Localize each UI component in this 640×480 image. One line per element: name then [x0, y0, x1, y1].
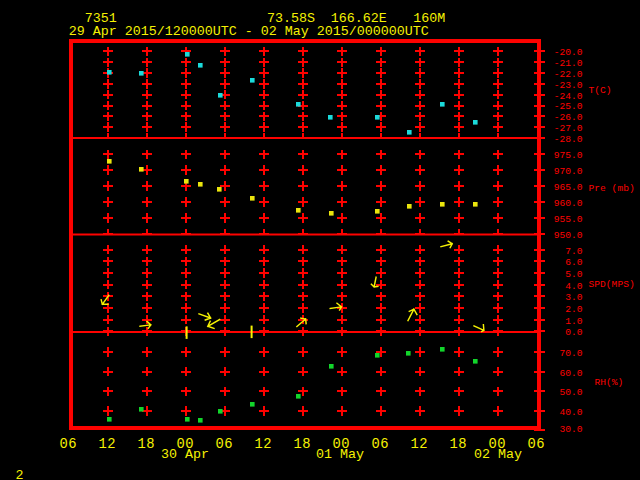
svg-text:29 Apr 2015/120000UTC - 02 May: 29 Apr 2015/120000UTC - 02 May 2015/0000… [69, 24, 429, 39]
svg-text:955.0: 955.0 [554, 214, 583, 225]
svg-text:-25.0: -25.0 [554, 101, 583, 112]
svg-text:SPD(MPS): SPD(MPS) [589, 279, 635, 290]
svg-text:06: 06 [216, 437, 233, 452]
svg-text:0.0: 0.0 [565, 327, 583, 338]
svg-text:Pre (mb): Pre (mb) [589, 183, 635, 194]
svg-text:60.0: 60.0 [560, 368, 583, 379]
svg-text:4.0: 4.0 [565, 281, 583, 292]
svg-text:3.0: 3.0 [565, 292, 583, 303]
svg-text:50.0: 50.0 [560, 387, 583, 398]
svg-text:30.0: 30.0 [560, 424, 583, 435]
svg-text:-24.0: -24.0 [554, 91, 583, 102]
svg-text:18: 18 [138, 437, 155, 452]
svg-text:12: 12 [411, 437, 428, 452]
svg-text:T(C): T(C) [589, 85, 612, 96]
svg-text:18: 18 [294, 437, 311, 452]
svg-text:12: 12 [255, 437, 272, 452]
svg-text:06: 06 [528, 437, 545, 452]
svg-text:970.0: 970.0 [554, 166, 583, 177]
svg-text:965.0: 965.0 [554, 182, 583, 193]
svg-text:-26.0: -26.0 [554, 112, 583, 123]
svg-text:5.0: 5.0 [565, 269, 583, 280]
svg-text:RH(%): RH(%) [594, 377, 623, 388]
svg-text:-21.0: -21.0 [554, 58, 583, 69]
svg-text:02 May: 02 May [474, 447, 522, 462]
svg-text:6.0: 6.0 [565, 257, 583, 268]
svg-text:1.0: 1.0 [565, 316, 583, 327]
svg-text:12: 12 [99, 437, 116, 452]
svg-text:-22.0: -22.0 [554, 69, 583, 80]
svg-text:70.0: 70.0 [560, 348, 583, 359]
svg-text:-20.0: -20.0 [554, 47, 583, 58]
svg-text:7.0: 7.0 [565, 246, 583, 257]
svg-text:-23.0: -23.0 [554, 80, 583, 91]
svg-text:06: 06 [60, 437, 77, 452]
svg-text:2: 2 [16, 468, 24, 480]
svg-text:40.0: 40.0 [560, 407, 583, 418]
svg-text:30 Apr: 30 Apr [161, 447, 209, 462]
svg-text:975.0: 975.0 [554, 150, 583, 161]
svg-text:960.0: 960.0 [554, 198, 583, 209]
svg-text:2.0: 2.0 [565, 304, 583, 315]
svg-text:01 May: 01 May [316, 447, 364, 462]
svg-text:950.0: 950.0 [554, 230, 583, 241]
svg-text:06: 06 [372, 437, 389, 452]
svg-text:-28.0: -28.0 [554, 134, 583, 145]
svg-text:18: 18 [450, 437, 467, 452]
svg-text:-27.0: -27.0 [554, 123, 583, 134]
